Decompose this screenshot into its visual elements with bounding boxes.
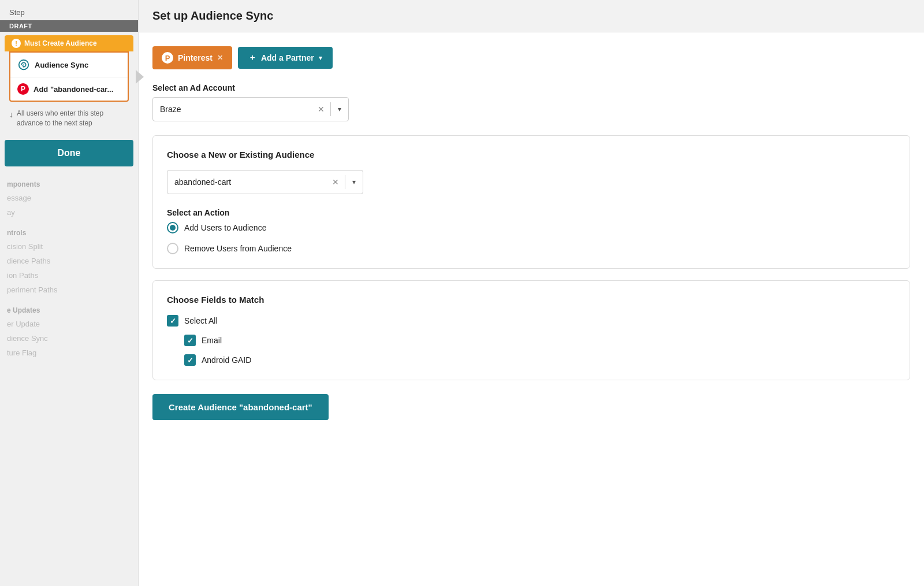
email-label: Email [202,336,222,345]
pinterest-label: Pinterest [178,53,213,62]
choose-audience-label: Choose a New or Existing Audience [167,150,896,160]
checkbox-android-gaid[interactable]: ✓ Android GAID [184,354,896,366]
nav-user-update[interactable]: er Update [0,317,138,331]
main-content: P Pinterest ✕ ＋ Add a Partner ▾ Select a… [139,32,924,586]
advance-text: All users who enter this step advance to… [17,109,129,128]
done-button[interactable]: Done [5,140,133,166]
checkbox-select-all[interactable]: ✓ Select All [167,315,896,327]
must-create-warning: ! Must Create Audience [5,35,133,51]
checkbox-gaid-box[interactable]: ✓ [184,354,196,366]
pinterest-partner-button[interactable]: P Pinterest ✕ [152,46,232,69]
add-partner-label: Add a Partner [261,53,314,62]
updates-section: e Updates [0,297,138,317]
checkbox-group: ✓ Select All ✓ Email ✓ Android GAID [167,315,896,366]
audience-caret-icon[interactable]: ▾ [345,178,363,186]
android-gaid-label: Android GAID [202,355,251,365]
audience-sync-label: Audience Sync [35,61,88,69]
main-panel: Set up Audience Sync P Pinterest ✕ ＋ Add… [139,0,924,586]
ad-account-section: Select an Ad Account Braze ✕ ▾ [152,83,910,121]
action-radio-group: Add Users to Audience Remove Users from … [167,222,896,254]
nav-message[interactable]: essage [0,191,138,205]
nav-audience-sync[interactable]: dience Sync [0,331,138,346]
chevron-down-icon: ▾ [319,54,322,62]
add-users-label: Add Users to Audience [184,223,266,232]
audience-clear-icon[interactable]: ✕ [326,177,345,187]
sidebar: Step DRAFT ! Must Create Audience Audien… [0,0,139,586]
page-title: Set up Audience Sync [152,9,910,23]
draft-badge: DRAFT [0,20,138,32]
audience-value: abandoned-cart [167,177,326,187]
checkmark-email-icon: ✓ [187,336,193,345]
warning-icon: ! [12,39,21,48]
pinterest-logo-icon: P [162,52,173,64]
selected-step-card: Audience Sync P Add "abandoned-car... [9,51,129,102]
add-pinterest-label: Add "abandoned-car... [33,85,113,94]
audience-sync-row[interactable]: Audience Sync [10,53,128,77]
components-section: mponents [0,171,138,191]
radio-add-users-button[interactable] [167,222,178,233]
nav-action-paths[interactable]: ion Paths [0,268,138,283]
nav-feature-flag[interactable]: ture Flag [0,346,138,360]
must-create-label: Must Create Audience [24,39,97,47]
nav-decision-split[interactable]: cision Split [0,239,138,254]
radio-remove-users-button[interactable] [167,243,178,254]
main-header: Set up Audience Sync [139,0,924,32]
audience-card: Choose a New or Existing Audience abando… [152,135,910,269]
remove-users-label: Remove Users from Audience [184,244,292,253]
fields-card: Choose Fields to Match ✓ Select All ✓ Em… [152,280,910,380]
add-pinterest-row[interactable]: P Add "abandoned-car... [10,77,128,101]
partner-row: P Pinterest ✕ ＋ Add a Partner ▾ [152,46,910,69]
advance-text-container: ↓ All users who enter this step advance … [0,102,138,135]
audience-select[interactable]: abandoned-cart ✕ ▾ [167,170,363,194]
step-label: Step [0,0,138,20]
checkmark-icon: ✓ [170,317,176,325]
ad-account-value: Braze [153,105,312,114]
remove-pinterest-icon[interactable]: ✕ [217,54,223,62]
checkbox-email[interactable]: ✓ Email [184,335,896,346]
checkbox-email-box[interactable]: ✓ [184,335,196,346]
ad-account-clear-icon[interactable]: ✕ [312,105,330,114]
radio-remove-users[interactable]: Remove Users from Audience [167,243,896,254]
select-all-label: Select All [184,316,218,325]
checkbox-select-all-box[interactable]: ✓ [167,315,178,327]
add-partner-button[interactable]: ＋ Add a Partner ▾ [238,47,333,69]
select-action-label: Select an Action [167,208,896,217]
controls-section: ntrols [0,220,138,239]
sync-icon [17,58,30,71]
pinterest-small-icon: P [17,83,29,95]
radio-add-users-inner [170,225,176,231]
plus-icon: ＋ [248,53,256,63]
ad-account-label: Select an Ad Account [152,83,910,92]
ad-account-select[interactable]: Braze ✕ ▾ [152,97,349,121]
sidebar-arrow-right [136,70,144,84]
ad-account-caret-icon[interactable]: ▾ [331,105,348,113]
nav-audience-paths[interactable]: dience Paths [0,254,138,268]
nav-experiment-paths[interactable]: periment Paths [0,283,138,297]
nav-delay[interactable]: ay [0,205,138,220]
selected-step-wrapper: Audience Sync P Add "abandoned-car... [5,51,133,102]
choose-fields-label: Choose Fields to Match [167,295,896,305]
down-arrow-icon: ↓ [9,109,13,121]
radio-add-users[interactable]: Add Users to Audience [167,222,896,233]
create-audience-button[interactable]: Create Audience "abandoned-cart" [152,394,329,420]
checkmark-gaid-icon: ✓ [187,356,193,365]
